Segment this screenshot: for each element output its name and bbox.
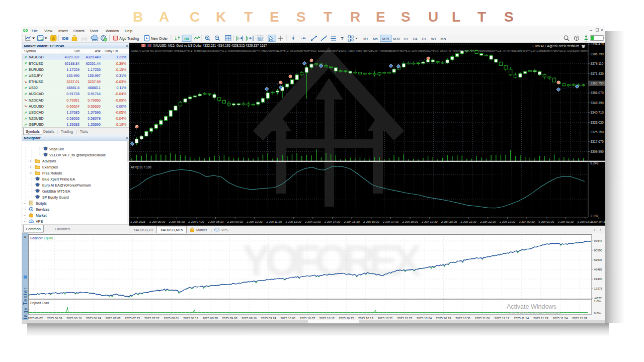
svg-text:-0.15%: -0.15% — [115, 68, 127, 72]
svg-text:2 Jun 14:30: 2 Jun 14:30 — [325, 220, 341, 223]
svg-text:1.33690: 1.33690 — [88, 123, 101, 127]
svg-text:2025.07.13: 2025.07.13 — [125, 317, 140, 320]
svg-text:A: A — [159, 9, 169, 25]
svg-text:Trading: Trading — [61, 129, 73, 134]
svg-text:3340.710: 3340.710 — [591, 111, 604, 114]
svg-text:2025.10.21: 2025.10.21 — [378, 317, 393, 320]
svg-text:›: › — [600, 228, 602, 232]
svg-text:R: R — [350, 9, 360, 25]
svg-text:1.33683: 1.33683 — [66, 123, 79, 127]
svg-text:E: E — [376, 9, 385, 25]
svg-text:×: × — [24, 235, 26, 239]
svg-text:2 Jun 16:30: 2 Jun 16:30 — [363, 220, 379, 223]
svg-text:D1: D1 — [422, 37, 427, 41]
svg-text:$: $ — [52, 36, 55, 41]
svg-text:↘: ↘ — [24, 98, 27, 102]
svg-text:Market Watch: 12:35:45: Market Watch: 12:35:45 — [24, 44, 64, 48]
svg-text:3356.070: 3356.070 — [591, 91, 604, 95]
svg-text:Services: Services — [36, 208, 50, 212]
svg-text:-0.19%: -0.19% — [115, 123, 127, 127]
svg-text:Go to Settings to activate Win: Go to Settings to activate Windows. — [507, 311, 560, 315]
svg-text:Symbols: Symbols — [26, 129, 40, 134]
svg-text:GoldStar MT5 EA: GoldStar MT5 EA — [42, 190, 70, 194]
svg-text:↗: ↗ — [24, 111, 27, 114]
svg-text:Deposit Load: Deposit Load — [30, 301, 49, 305]
svg-text:3 Jun 02:30: 3 Jun 02:30 — [558, 220, 574, 223]
svg-text:Scripts: Scripts — [36, 202, 47, 206]
svg-text:Help: Help — [125, 29, 132, 33]
svg-text:2025.10.15: 2025.10.15 — [339, 317, 354, 320]
svg-text:Insert: Insert — [58, 29, 67, 33]
svg-text:3394.470: 3394.470 — [591, 42, 604, 46]
svg-text:VPS: VPS — [221, 228, 228, 232]
svg-text:?: ? — [576, 37, 578, 40]
svg-text:×: × — [126, 43, 128, 48]
svg-text:-0.04%: -0.04% — [115, 92, 127, 96]
svg-text:↗: ↗ — [24, 68, 27, 71]
svg-text:155.990: 155.990 — [66, 74, 79, 78]
svg-text:US30: US30 — [29, 86, 38, 90]
svg-text:63537: 63537 — [594, 258, 603, 261]
svg-text:2025.11.19: 2025.11.19 — [533, 317, 548, 320]
svg-text:K: K — [216, 9, 226, 25]
svg-text:tegy Tester: tegy Tester — [23, 287, 28, 319]
svg-text:3237.01: 3237.01 — [66, 80, 79, 84]
svg-text:1.37685: 1.37685 — [66, 111, 79, 115]
svg-text:0.58066: 0.58066 — [66, 117, 79, 121]
svg-text:((o)): ((o)) — [81, 37, 87, 41]
svg-text:1.23%: 1.23% — [116, 55, 127, 59]
svg-text:0.66624: 0.66624 — [66, 105, 79, 109]
svg-text:0.79960: 0.79960 — [88, 99, 101, 103]
svg-text:Common: Common — [26, 227, 41, 231]
svg-text:Ticks: Ticks — [80, 129, 89, 134]
svg-text:0.00%: 0.00% — [116, 105, 127, 109]
svg-text:|: | — [76, 130, 77, 134]
svg-text:-0.05%: -0.05% — [115, 111, 127, 115]
svg-text:Favorites: Favorites — [55, 227, 70, 231]
svg-text:2 Jun 11:30: 2 Jun 11:30 — [266, 220, 282, 223]
svg-text:4329.449: 4329.449 — [86, 55, 101, 59]
svg-text:Blue Xpert Prime EA: Blue Xpert Prime EA — [42, 177, 75, 182]
svg-text:3348.390: 3348.390 — [591, 101, 604, 105]
svg-text:↗: ↗ — [24, 55, 27, 59]
svg-text:H1: H1 — [404, 37, 409, 41]
svg-text:92201.44: 92201.44 — [86, 62, 101, 66]
svg-text:Euro AI EA@YoForexPremium: Euro AI EA@YoForexPremium — [533, 44, 580, 48]
svg-text:29430: 29430 — [594, 278, 603, 281]
svg-text:97644: 97644 — [594, 239, 603, 242]
svg-text:Charts: Charts — [73, 29, 85, 33]
svg-text:T: T — [324, 9, 332, 25]
svg-text:2.197: 2.197 — [591, 214, 599, 218]
svg-text:2 Jun 15:30: 2 Jun 15:30 — [344, 220, 360, 223]
svg-text:×: × — [126, 135, 128, 140]
svg-text:S: S — [296, 9, 306, 25]
svg-text:2025.09.24: 2025.09.24 — [261, 317, 277, 320]
svg-text:2 Jun 2025: 2 Jun 2025 — [130, 220, 145, 223]
svg-text:2025.09.16: 2025.09.16 — [242, 317, 257, 320]
svg-text:1.0%: 1.0% — [594, 300, 601, 303]
svg-text:3317.670: 3317.670 — [591, 140, 604, 143]
svg-text:Balance: Balance — [30, 236, 42, 240]
svg-text:MN: MN — [441, 37, 446, 41]
svg-text:Activate Windows: Activate Windows — [507, 303, 556, 310]
svg-text:2025.11.06: 2025.11.06 — [475, 317, 490, 320]
svg-text:2025.10.31: 2025.10.31 — [455, 317, 471, 320]
svg-text:0.91744: 0.91744 — [88, 92, 101, 96]
svg-text:2025.08.01: 2025.08.01 — [164, 317, 180, 320]
svg-text:2 Jun 07:30: 2 Jun 07:30 — [188, 220, 204, 223]
svg-text:155.997: 155.997 — [88, 74, 101, 78]
svg-text:3363.750: 3363.750 — [591, 81, 604, 85]
svg-text:2025.08.12: 2025.08.12 — [183, 317, 199, 320]
svg-text:Euro AI EA@YoForexPremium: Euro AI EA@YoForexPremium — [42, 184, 91, 188]
svg-text:2025.07.22: 2025.07.22 — [144, 317, 160, 320]
svg-text:AUDUSD: AUDUSD — [29, 105, 44, 109]
svg-text:2 Jun 13:30: 2 Jun 13:30 — [305, 220, 321, 223]
svg-text:LVL: LVL — [585, 41, 588, 43]
svg-text:2 Jun 05:30: 2 Jun 05:30 — [149, 220, 166, 223]
svg-text:AUDCAD: AUDCAD — [29, 92, 44, 96]
svg-text:T: T — [244, 9, 253, 25]
svg-text:Euro AI EA@YoForexPremium [Ini: Euro AI EA@YoForexPremium [InitialLot=0.… — [131, 49, 621, 52]
svg-text:‹: ‹ — [594, 228, 595, 232]
svg-text:Navigator: Navigator — [24, 136, 41, 140]
svg-text:NZDCAD: NZDCAD — [29, 99, 44, 103]
